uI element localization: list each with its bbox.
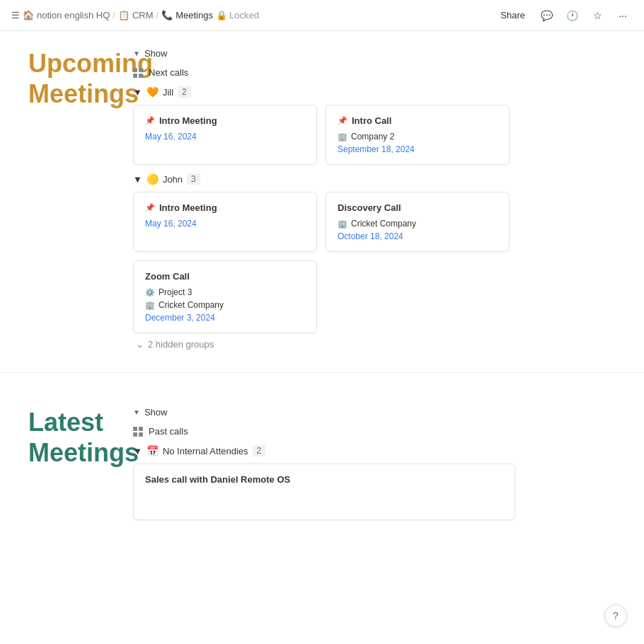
show-row-upcoming[interactable]: ▼ Show	[133, 48, 633, 59]
next-calls-label: Next calls	[133, 67, 633, 78]
card-john-discovery-call[interactable]: Discovery Call 🏢 Cricket Company October…	[326, 192, 510, 252]
card-date: December 3, 2024	[145, 313, 305, 323]
group-jill[interactable]: ▼ 🧡 Jill 2	[133, 86, 633, 98]
john-avatar: 🟡	[146, 173, 159, 185]
john-arrow: ▼	[133, 174, 142, 185]
home-icon[interactable]: 🏠	[23, 10, 34, 21]
chevron-down-icon: ⌄	[136, 339, 144, 350]
pin-icon: 📌	[338, 116, 347, 125]
john-count: 3	[187, 173, 200, 185]
card-title: Sales call with Daniel Remote OS	[145, 474, 503, 485]
show-label-latest: Show	[144, 407, 168, 418]
card-sales-call[interactable]: Sales call with Daniel Remote OS	[133, 464, 515, 520]
menu-icon[interactable]: ☰	[11, 10, 20, 21]
jill-arrow: ▼	[133, 87, 142, 98]
upcoming-content: ▼ Show Next calls ▼ 🧡 Jill 2 📌 Intro Mee…	[127, 48, 644, 350]
past-calls-label: Past calls	[133, 426, 633, 437]
history-icon[interactable]: 🕐	[562, 6, 582, 25]
jill-count: 2	[178, 86, 191, 98]
latest-content: ▼ Show Past calls ▼ 📅 No Internal Attend…	[127, 407, 644, 526]
jill-name: Jill	[163, 87, 173, 98]
breadcrumb-meetings: Meetings	[176, 10, 213, 21]
lock-icon: 🔒	[216, 10, 227, 21]
company-icon: 🏢	[338, 219, 347, 229]
card-date: May 16, 2024	[145, 219, 305, 229]
pin-icon: 📌	[145, 116, 155, 125]
more-options-icon[interactable]: ···	[613, 6, 633, 25]
separator1: /	[113, 10, 115, 21]
grid-icon-past	[133, 427, 143, 437]
attendies-arrow: ▼	[133, 446, 142, 456]
star-icon[interactable]: ☆	[587, 6, 607, 25]
latest-section: Latest Meetings ▼ Show Past calls ▼ 📅 No…	[0, 390, 644, 543]
show-row-latest[interactable]: ▼ Show	[133, 407, 633, 418]
meetings-icon: 📞	[161, 10, 173, 21]
section-divider	[0, 372, 644, 373]
latest-title: Latest Meetings	[0, 407, 127, 526]
card-company: 🏢 Cricket Company	[338, 219, 498, 229]
share-button[interactable]: Share	[495, 7, 531, 23]
attendies-count: 2	[253, 445, 266, 456]
card-date: October 18, 2024	[338, 231, 498, 241]
hidden-groups-upcoming[interactable]: ⌄ 2 hidden groups	[133, 339, 633, 350]
card-date: May 16, 2024	[145, 132, 305, 142]
company-icon: 🏢	[145, 301, 155, 310]
card-date: September 18, 2024	[338, 144, 498, 154]
topbar-actions: Share 💬 🕐 ☆ ···	[495, 6, 633, 25]
card-john-zoom-call[interactable]: Zoom Call ⚙️ Project 3 🏢 Cricket Company…	[133, 260, 317, 333]
card-title: 📌 Intro Call	[338, 115, 498, 126]
card-john-intro-meeting[interactable]: 📌 Intro Meeting May 16, 2024	[133, 192, 317, 252]
show-arrow-latest: ▼	[133, 408, 140, 416]
card-title: 📌 Intro Meeting	[145, 115, 305, 126]
jill-avatar: 🧡	[146, 86, 159, 98]
breadcrumb: ☰ 🏠 notion english HQ / 📋 CRM / 📞 Meetin…	[11, 10, 259, 21]
group-no-attendies[interactable]: ▼ 📅 No Internal Attendies 2	[133, 445, 633, 456]
john-cards: 📌 Intro Meeting May 16, 2024 Discovery C…	[133, 192, 633, 333]
separator2: /	[156, 10, 159, 21]
attendies-icon: 📅	[146, 445, 159, 456]
topbar: ☰ 🏠 notion english HQ / 📋 CRM / 📞 Meetin…	[0, 0, 644, 31]
card-project: ⚙️ Project 3	[145, 287, 305, 297]
upcoming-section: Upcoming Meetings ▼ Show Next calls ▼ 🧡 …	[0, 31, 644, 367]
company-icon: 🏢	[338, 132, 347, 142]
jill-cards: 📌 Intro Meeting May 16, 2024 📌 Intro Cal…	[133, 105, 633, 165]
grid-icon	[133, 68, 143, 78]
locked-badge: 🔒 Locked	[216, 10, 259, 21]
john-name: John	[163, 174, 183, 185]
card-jill-intro-call[interactable]: 📌 Intro Call 🏢 Company 2 September 18, 2…	[326, 105, 510, 165]
breadcrumb-crm[interactable]: CRM	[132, 10, 154, 21]
card-company: 🏢 Cricket Company	[145, 300, 305, 310]
crm-icon: 📋	[118, 10, 130, 21]
attendies-name: No Internal Attendies	[163, 446, 248, 456]
breadcrumb-home[interactable]: notion english HQ	[37, 10, 110, 21]
show-label-upcoming: Show	[144, 48, 168, 59]
project-icon: ⚙️	[145, 288, 155, 297]
no-attendies-cards: Sales call with Daniel Remote OS	[133, 464, 633, 520]
comment-icon[interactable]: 💬	[536, 6, 556, 25]
card-title: 📌 Intro Meeting	[145, 202, 305, 213]
pin-icon: 📌	[145, 203, 155, 212]
upcoming-title: Upcoming Meetings	[0, 48, 127, 350]
show-arrow: ▼	[133, 50, 140, 57]
card-title: Zoom Call	[145, 271, 305, 282]
group-john[interactable]: ▼ 🟡 John 3	[133, 173, 633, 185]
card-company: 🏢 Company 2	[338, 132, 498, 142]
card-title: Discovery Call	[338, 202, 498, 213]
card-jill-intro-meeting[interactable]: 📌 Intro Meeting May 16, 2024	[133, 105, 317, 165]
